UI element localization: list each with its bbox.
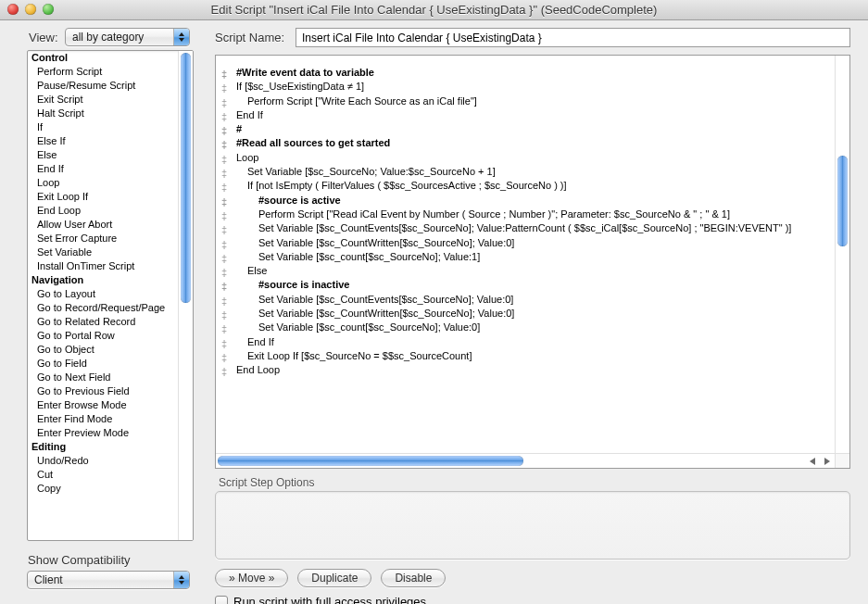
step-item[interactable]: If [28,120,178,134]
scrollbar-thumb[interactable] [218,456,523,466]
script-line[interactable]: ‡#source is active [236,194,829,208]
code-vertical-scrollbar[interactable] [835,56,849,453]
step-item[interactable]: Enter Find Mode [28,412,178,426]
drag-handle-icon[interactable]: ‡ [220,266,229,280]
step-item[interactable]: Set Error Capture [28,232,178,245]
script-line[interactable]: ‡Else [236,264,829,278]
scroll-left-icon[interactable] [805,454,820,468]
drag-handle-icon[interactable]: ‡ [220,153,229,167]
step-item[interactable]: Else If [28,134,178,148]
script-line[interactable]: ‡#source is inactive [236,278,829,292]
drag-handle-icon[interactable]: ‡ [220,68,229,82]
script-line[interactable]: ‡# [236,122,829,136]
script-line[interactable]: ‡Loop [236,151,829,165]
drag-handle-icon[interactable]: ‡ [220,322,229,336]
drag-handle-icon[interactable]: ‡ [220,82,229,95]
drag-handle-icon[interactable]: ‡ [220,167,229,181]
close-icon[interactable] [7,4,19,15]
drag-handle-icon[interactable]: ‡ [220,252,229,266]
script-line[interactable]: ‡Perform Script ["Read iCal Event by Num… [236,208,829,221]
scrollbar-thumb[interactable] [837,156,848,246]
script-line[interactable]: ‡#Write event data to variable [236,66,829,80]
script-line[interactable]: ‡If [not IsEmpty ( FilterValues ( $$sc_S… [236,179,829,193]
step-item[interactable]: Enter Browse Mode [28,398,178,412]
script-line[interactable]: ‡Set Variable [$sc_count[$sc_SourceNo]; … [236,321,829,334]
step-item[interactable]: Install OnTimer Script [28,259,178,273]
duplicate-button[interactable]: Duplicate [297,569,371,587]
step-item[interactable]: Go to Next Field [28,371,178,384]
script-line[interactable]: ‡#Read all sources to get started [236,136,829,150]
zoom-icon[interactable] [43,4,54,15]
step-item[interactable]: Go to Record/Request/Page [28,301,178,315]
step-item[interactable]: Copy [28,482,178,496]
view-select[interactable]: all by category [65,28,190,46]
step-item[interactable]: Undo/Redo [28,454,178,468]
script-body[interactable]: ‡‡#Write event data to variable‡If [$sc_… [215,55,850,469]
step-item[interactable]: Go to Related Record [28,315,178,329]
script-line[interactable]: ‡Set Variable [$sc_count[$sc_SourceNo]; … [236,250,829,264]
script-line-text: Set Variable [$sc_CountWritten[$sc_Sourc… [258,308,514,319]
script-line[interactable]: ‡End If [236,335,829,349]
step-item[interactable]: Perform Script [28,65,178,79]
drag-handle-icon[interactable]: ‡ [220,96,229,110]
script-line[interactable]: ‡If [$sc_UseExistingData ≠ 1] [236,80,829,94]
drag-handle-icon[interactable]: ‡ [220,223,229,237]
script-line[interactable]: ‡Exit Loop If [$sc_SourceNo = $$sc_Sourc… [236,349,829,363]
code-horizontal-scrollbar[interactable] [216,453,835,468]
step-item[interactable]: Else [28,148,178,162]
drag-handle-icon[interactable]: ‡ [220,238,229,252]
step-item[interactable]: Go to Field [28,357,178,371]
drag-handle-icon[interactable]: ‡ [220,280,229,294]
drag-handle-icon[interactable]: ‡ [220,337,229,351]
drag-handle-icon[interactable]: ‡ [220,295,229,308]
step-item[interactable]: Exit Loop If [28,190,178,204]
compatibility-select[interactable]: Client [27,571,190,589]
script-line[interactable]: ‡Set Variable [$sc_CountEvents[$sc_Sourc… [236,293,829,307]
script-steps-list[interactable]: ControlPerform ScriptPause/Resume Script… [27,50,194,541]
step-item[interactable]: Halt Script [28,107,178,120]
script-line[interactable]: ‡Set Variable [$sc_CountWritten[$sc_Sour… [236,236,829,250]
move-button[interactable]: » Move » [215,569,288,587]
script-name-input[interactable] [296,28,850,47]
step-item[interactable]: Set Variable [28,245,178,259]
list-scrollbar[interactable] [178,51,193,540]
step-item[interactable]: Allow User Abort [28,218,178,232]
scroll-right-icon[interactable] [820,454,835,468]
drag-handle-icon[interactable]: ‡ [220,110,229,124]
script-line-text: Perform Script ["Read iCal Event by Numb… [258,208,730,220]
script-line-text: End Loop [236,364,280,375]
step-item[interactable]: Go to Layout [28,287,178,301]
step-item[interactable]: End If [28,162,178,176]
script-line[interactable]: ‡Set Variable [$sc_SourceNo; Value:$sc_S… [236,165,829,179]
drag-handle-icon[interactable]: ‡ [220,209,229,223]
step-item[interactable]: Go to Portal Row [28,329,178,343]
drag-handle-icon[interactable]: ‡ [220,124,229,138]
drag-handle-icon[interactable]: ‡ [220,365,229,379]
full-access-checkbox[interactable] [215,596,228,605]
step-item[interactable]: Go to Previous Field [28,384,178,398]
minimize-icon[interactable] [25,4,36,15]
disable-button[interactable]: Disable [381,569,446,587]
step-item[interactable]: Exit Script [28,93,178,107]
script-line[interactable]: ‡Set Variable [$sc_CountEvents[$sc_Sourc… [236,221,829,235]
drag-handle-icon[interactable]: ‡ [220,308,229,322]
drag-handle-icon[interactable]: ‡ [220,181,229,195]
step-item[interactable]: Pause/Resume Script [28,79,178,93]
drag-handle-icon[interactable]: ‡ [220,138,229,152]
step-item[interactable]: Loop [28,176,178,190]
script-line[interactable]: ‡End If [236,108,829,122]
script-line[interactable]: ‡Set Variable [$sc_CountWritten[$sc_Sour… [236,307,829,321]
script-line-text: Set Variable [$sc_CountEvents[$sc_Source… [258,294,513,305]
step-category: Navigation [28,273,178,287]
options-header: Script Step Options [215,476,850,491]
step-item[interactable]: Cut [28,468,178,482]
step-item[interactable]: Go to Object [28,343,178,357]
script-line[interactable]: ‡End Loop [236,363,829,377]
script-line[interactable]: ‡Perform Script ["Write Each Source as a… [236,94,829,108]
step-item[interactable]: End Loop [28,204,178,218]
drag-handle-icon[interactable]: ‡ [220,195,229,209]
scrollbar-thumb[interactable] [181,53,191,303]
step-item[interactable]: Enter Preview Mode [28,426,178,440]
drag-handle-icon[interactable]: ‡ [220,351,229,365]
script-line-text: Set Variable [$sc_count[$sc_SourceNo]; V… [258,321,480,333]
